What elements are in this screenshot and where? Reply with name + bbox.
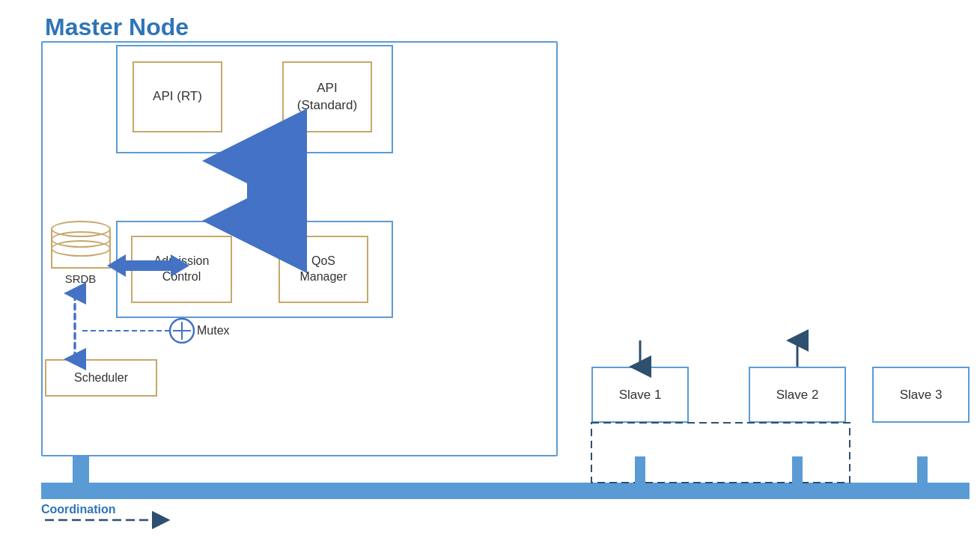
svg-rect-21	[73, 456, 89, 485]
slave2-box: Slave 2	[749, 367, 846, 423]
srdb-cylinder	[51, 221, 111, 276]
scheduler-label: Scheduler	[74, 371, 128, 385]
svg-rect-27	[917, 456, 928, 485]
cylinder-top	[51, 221, 111, 237]
api-group-box: API (RT) API(Standard)	[116, 45, 393, 153]
slave3-box: Slave 3	[872, 367, 970, 423]
scheduler-box: Scheduler	[45, 359, 157, 397]
svg-rect-25	[635, 456, 645, 485]
slave3-label: Slave 3	[900, 388, 943, 403]
cylinder-line2	[51, 240, 111, 257]
api-standard-box: API(Standard)	[282, 61, 372, 132]
api-rt-box: API (RT)	[133, 61, 222, 132]
slave1-label: Slave 1	[619, 388, 662, 403]
svg-rect-26	[792, 456, 803, 485]
slave2-label: Slave 2	[776, 388, 819, 403]
diagram: Master Node API (RT) API(Standard) Admis…	[0, 0, 980, 538]
slave1-box: Slave 1	[591, 367, 689, 423]
srdb-container: SRDB	[45, 221, 116, 284]
master-node-title: Master Node	[45, 13, 189, 41]
coordination-label: Coordination	[41, 503, 116, 516]
admission-control-box: AdmissionControl	[131, 236, 232, 303]
svg-rect-24	[591, 423, 850, 483]
qos-manager-box: QoSManager	[279, 236, 368, 303]
coordination-bar	[41, 483, 970, 499]
core-group-box: AdmissionControl QoSManager	[116, 221, 393, 318]
